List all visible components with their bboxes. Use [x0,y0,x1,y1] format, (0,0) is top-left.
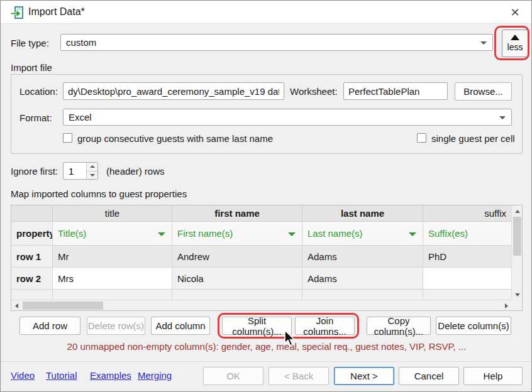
cancel-button[interactable]: Cancel [399,367,459,385]
scroll-left-button[interactable] [11,300,22,311]
row-header-1[interactable]: row 1 [11,246,53,268]
split-columns-button[interactable]: Split column(s)... [222,317,292,335]
property-dropdown-first-name[interactable]: First name(s) [172,222,302,246]
table-row: row 1 Mr Andrew Adams PhD [11,246,522,268]
merging-link[interactable]: Merging [138,370,172,381]
worksheet-label: Worksheet: [290,86,338,97]
window-title: Import Data* [28,6,85,18]
property-dropdown-suffix[interactable]: Suffix(es) [423,222,511,246]
spinner-down-button[interactable] [87,171,97,180]
single-guest-label: single guest per cell [431,133,515,144]
unmapped-columns-status: 20 unmapped non-empty column(s): gender,… [11,341,523,352]
horizontal-scroll-thumb[interactable] [23,302,103,310]
dropdown-arrow-icon [409,232,416,236]
column-mapping-table: title first name last name suffix proper… [11,205,523,311]
vertical-scroll-thumb[interactable] [513,217,521,256]
delete-columns-button[interactable]: Delete column(s) [436,317,511,335]
property-value: Title(s) [58,228,86,239]
column-header-suffix[interactable]: suffix [423,205,511,222]
scroll-left-icon [15,303,18,308]
spinner-up-button[interactable] [87,163,97,171]
ok-button[interactable]: OK [203,367,263,385]
cell-r2-first-name[interactable]: Nicola [172,268,302,290]
tutorial-link[interactable]: Tutorial [46,370,77,381]
file-type-value: custom [66,37,96,48]
dropdown-arrow-icon [288,232,296,236]
add-row-button[interactable]: Add row [19,317,80,335]
dropdown-arrow-icon [158,232,165,236]
ignore-first-spinner[interactable] [63,162,98,180]
group-guests-label: group consecutive guests with same last … [77,133,273,144]
row-header-2[interactable]: row 2 [11,268,53,290]
cell-r2-last-name[interactable]: Adams [302,268,423,290]
import-data-icon [10,6,24,19]
header-rows-label: (header) rows [106,166,165,177]
group-guests-checkbox[interactable] [63,133,72,143]
mapping-section-label: Map imported columns to guest properties [11,188,187,199]
property-dropdown-title[interactable]: Title(s) [53,222,172,246]
cell-r1-last-name[interactable]: Adams [302,246,423,268]
location-input[interactable] [63,82,284,100]
collapse-up-icon [511,35,519,40]
property-value: Last name(s) [308,228,363,239]
video-link[interactable]: Video [11,370,35,381]
ignore-first-value[interactable] [64,163,86,179]
help-button[interactable]: Help [463,367,523,385]
ignore-first-label: Ignore first: [11,166,58,177]
back-button[interactable]: < Back [269,367,329,385]
less-button[interactable]: less [502,30,528,57]
table-row: row 2 Mrs Nicola Adams [11,268,522,290]
single-guest-checkbox[interactable] [417,133,426,143]
scroll-up-icon [515,210,520,213]
next-button[interactable]: Next > [334,367,394,385]
copy-columns-button[interactable]: Copy column(s)... [367,317,431,335]
title-bar: Import Data* ✕ [1,1,531,24]
worksheet-input[interactable] [343,82,448,100]
row-header-property: property [11,222,53,246]
file-type-combobox[interactable]: custom [60,34,493,51]
browse-button[interactable]: Browse... [455,82,512,101]
scroll-down-icon [515,293,520,297]
mouse-cursor [284,330,296,348]
cell-r1-title[interactable]: Mr [53,246,172,268]
scroll-down-button[interactable] [512,289,523,300]
location-label: Location: [19,86,58,97]
table-row-partial [11,290,522,300]
cell-r3-first-name [172,290,302,300]
import-data-dialog: Import Data* ✕ File type: custom less Im… [0,0,532,392]
table-vertical-scrollbar[interactable] [511,205,522,300]
column-header-title[interactable]: title [53,205,172,222]
chevron-down-icon [499,116,506,119]
property-value: First name(s) [177,228,233,239]
column-header-last-name[interactable]: last name [302,205,423,222]
delete-rows-button[interactable]: Delete row(s) [87,317,145,335]
corner-cell [11,205,53,222]
cell-r1-suffix[interactable]: PhD [423,246,511,268]
scroll-right-icon [505,303,508,308]
property-row: property Title(s) First name(s) Last nam… [11,222,522,246]
spinner-down-icon [90,174,95,177]
scroll-right-button[interactable] [501,300,511,311]
scroll-up-button[interactable] [512,205,523,216]
table-header-row: title first name last name suffix [11,205,522,222]
cell-r3-last-name [302,290,423,300]
scrollbar-corner [511,300,522,310]
file-type-label: File type: [11,38,49,48]
spinner-up-icon [90,165,95,168]
cell-r1-first-name[interactable]: Andrew [172,246,302,268]
add-column-button[interactable]: Add column [151,317,210,335]
join-columns-button[interactable]: Join columns... [295,317,355,335]
row-header-3 [11,290,53,300]
table-horizontal-scrollbar[interactable] [11,300,511,310]
cell-r3-title [53,290,172,300]
examples-link[interactable]: Examples [90,370,131,381]
footer-divider [1,361,531,362]
cell-r2-suffix[interactable] [423,268,511,290]
import-file-group-label: Import file [11,62,52,73]
format-value: Excel [69,112,92,122]
cell-r2-title[interactable]: Mrs [53,268,172,290]
format-combobox[interactable]: Excel [63,109,512,126]
property-dropdown-last-name[interactable]: Last name(s) [302,222,423,246]
column-header-first-name[interactable]: first name [172,205,302,222]
close-icon[interactable]: ✕ [507,5,523,20]
